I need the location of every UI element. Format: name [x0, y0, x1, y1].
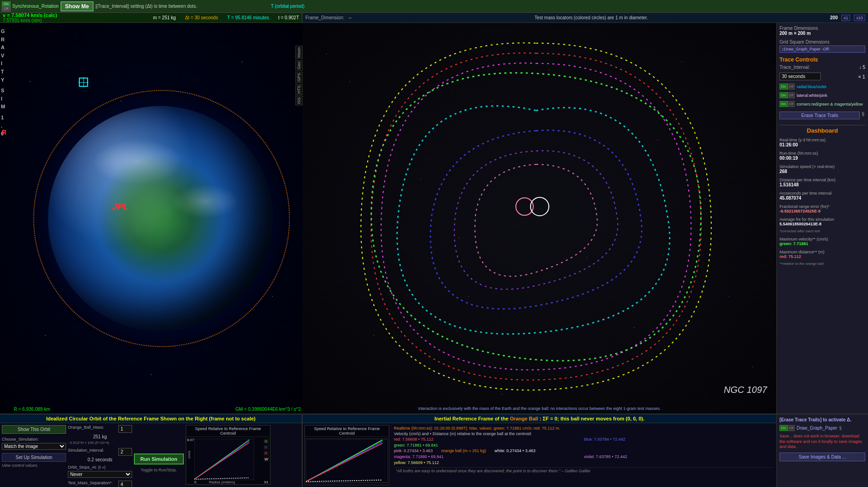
distance-value: 1.516148 — [780, 182, 865, 187]
mass-param: m = 251 kg — [153, 15, 176, 20]
save-images-btn[interactable]: Save Images & Data ... — [780, 453, 865, 461]
sim-stats-area: v = 7.58074 km/s (calc) 7.57931 km/s (si… — [3, 12, 146, 23]
max-vel-label: Maximum velocity** (cm/s) — [780, 237, 865, 241]
frame-dim-label: Frame_Dimension: — [305, 15, 344, 20]
frame-dim-200: 200 — [830, 15, 838, 20]
avg-fre-label: Average fre for this simulation — [780, 217, 865, 222]
top-bar-left: On Off Synchronous_Rotation Show Me ||Tr… — [2, 1, 304, 11]
sync-label: Synchronous_Rotation — [12, 4, 59, 9]
fre-value: -9.5521365724525E-9 — [780, 209, 865, 213]
dashboard-title: Dashboard — [780, 125, 865, 134]
sim-speed-label: Simulation speed (× real-time) — [780, 164, 865, 169]
sim-speed-row: Simulation speed (× real-time) 268 — [780, 164, 865, 174]
test-mass-input[interactable] — [118, 481, 132, 487]
white-vals: white: 0.27434 • 3.463 — [495, 448, 536, 453]
orbit-stops-row: Orbit_Stops_At: (t =) — [68, 465, 132, 470]
velocity-note: Velocity (cm/s) and • Distance (m) relat… — [394, 431, 774, 436]
trace-controls-title: Trace Controls — [780, 56, 865, 63]
show-orbit-btn[interactable]: Show This Orbit — [2, 425, 66, 434]
erase-trace-btn[interactable]: Erase Trace Trails — [780, 112, 860, 119]
lateral-toggle[interactable]: On Off — [780, 92, 795, 98]
lateral-toggle-row: On Off lateral:white/pink — [780, 92, 865, 98]
grid-square-label: Grid Square Dimensions — [780, 39, 865, 45]
delta-param: Δt = 30 seconds — [185, 15, 218, 20]
toggle-note: Toggle to Run/Stop. — [141, 468, 177, 472]
crosshair — [79, 78, 88, 87]
legend-r: R — [264, 451, 269, 456]
realtime-label: Real-time (y d hh:mm:ss) — [780, 138, 865, 142]
test-mass-row: Test_Mass_Separation*: — [68, 481, 132, 487]
ngc-label: NGC 1097 — [724, 385, 768, 395]
trace-interval-row: Trace_Interval: ↓ 5 — [780, 65, 865, 70]
arcsec-row: Arcseconds per time interval 45.087074 — [780, 191, 865, 201]
arcsec-label: Arcseconds per time interval — [780, 191, 865, 196]
pink-vals: pink: 0.27434 • 3.463 — [394, 448, 433, 453]
radial-toggle-row: On Off radial:blue/violet — [780, 84, 865, 90]
choose-sim-label: Choose_Simulation: — [2, 437, 66, 442]
bottom-left: Idealized Circular Orbit of the Referenc… — [0, 414, 303, 487]
run-simulation-btn[interactable]: Run Simulation — [134, 453, 184, 465]
trace-info: ||Trace_Interval|| setting (Δt) is time … — [95, 4, 197, 9]
data-readout: Realtime (hh:mm:ss): 01:26:00 (0.898T); … — [393, 425, 774, 485]
side-label-gps[interactable]: GPS — [295, 72, 303, 83]
x10-button[interactable]: x10 — [854, 15, 865, 21]
side-label-hts[interactable]: HTS — [295, 84, 303, 95]
draw-graph-label2: Draw_Graph_Paper — [796, 425, 837, 431]
frame-dim-info: Test mass locators (colored circles) are… — [356, 15, 826, 20]
sim-interval-input[interactable] — [118, 448, 132, 456]
draw-graph-shortcut: § — [839, 426, 841, 431]
test-mass-label: Test_Mass_Separation*: — [68, 481, 113, 487]
side-label-moon[interactable]: Moon — [295, 46, 303, 59]
show-me-button[interactable]: Show Me — [61, 1, 94, 11]
trace-interval-input[interactable] — [780, 73, 821, 80]
avg-fre-row: Average fre for this simulation 5.540618… — [780, 217, 865, 226]
gm-stat: GM = 0.39860044E6 km^3 / s^2 — [235, 407, 301, 412]
trace-arrow: ↓ 5 — [859, 65, 865, 70]
orbit-stops-dropdown[interactable]: Never — [68, 471, 132, 478]
magenta-vals: magenta: 7.71880 • 69.841 — [394, 454, 584, 460]
earth-sphere — [48, 106, 273, 331]
realtime-value: 01:26:00 — [780, 142, 865, 147]
choose-sim-dropdown[interactable]: Match the image — [2, 443, 66, 450]
sim-interval-label: Simulation_Interval: — [68, 448, 104, 456]
runtime-value: 00:00:19 — [780, 156, 865, 161]
max-dist-row: Maximum distance** (m) red: 75.112 — [780, 250, 865, 259]
x1-button[interactable]: x1 — [841, 15, 851, 21]
ctrl-col-3: Run Simulation Toggle to Run/Stop. — [134, 425, 184, 487]
radial-toggle[interactable]: On Off — [780, 84, 795, 90]
side-label-geo[interactable]: Geo — [295, 60, 303, 71]
erase-trace-label: [Erase Trace Trails] to activate Δ. — [780, 417, 865, 422]
set-up-btn[interactable]: Set Up Simulation — [2, 453, 66, 462]
legend-g: G — [264, 439, 269, 444]
sync-on[interactable]: On — [2, 2, 10, 6]
erase-row: Erase Trace Trails § — [780, 111, 865, 119]
velocity-table: red: 7.56608 • 75.112 blue: 7.63784 • 72… — [394, 437, 774, 465]
orange-ball-row: Orange_Ball_Mass: — [68, 425, 132, 433]
r-marker: R — [2, 129, 6, 136]
view-ctrl-note: View control values. — [2, 463, 66, 468]
inertial-graph-svg-container — [305, 437, 389, 485]
draw-graph-btn[interactable]: ↕Draw_Graph_Paper -Off- — [780, 45, 865, 53]
sync-toggle[interactable]: On Off — [2, 1, 11, 11]
side-label-iss[interactable]: ISS — [295, 96, 303, 106]
orbit-trails-svg — [303, 23, 776, 414]
bottom-section: Idealized Circular Orbit of the Referenc… — [0, 414, 868, 487]
sync-off[interactable]: Off — [2, 6, 10, 11]
distance-label: Distance per time interval (km) — [780, 178, 865, 182]
corners-toggle[interactable]: On Off — [780, 101, 795, 107]
inertial-graph-title: Speed Relative to Reference Frame Centro… — [305, 425, 389, 437]
sim-interval-seconds: 0.2 seconds — [68, 457, 132, 462]
graph-svg — [194, 439, 254, 480]
corrected-note: *corrected after each tick — [780, 229, 865, 233]
main-container: On Off Synchronous_Rotation Show Me ||Tr… — [0, 0, 868, 487]
orange-ball-label: orange ball (m = 251 kg) — [441, 448, 486, 453]
erase-save-panel: [Erase Trace Trails] to activate Δ. On O… — [776, 414, 868, 487]
draw-graph-toggle[interactable]: On Off — [780, 425, 795, 431]
orange-ball-input[interactable] — [118, 425, 132, 433]
inertial-graph-svg — [306, 438, 388, 484]
inertial-graph: Speed Relative to Reference Frame Centro… — [304, 425, 389, 485]
right-sim-area: NGC 1097 Interaction is exclusively with… — [303, 23, 776, 414]
bottom-right-title: Inertial Reference Frame of the Orange B… — [303, 414, 776, 423]
corners-label: corners:red/green & magenta/yellow — [796, 102, 863, 106]
approx-note: ~2.512^N × 100 (5÷10^4) — [68, 441, 132, 445]
